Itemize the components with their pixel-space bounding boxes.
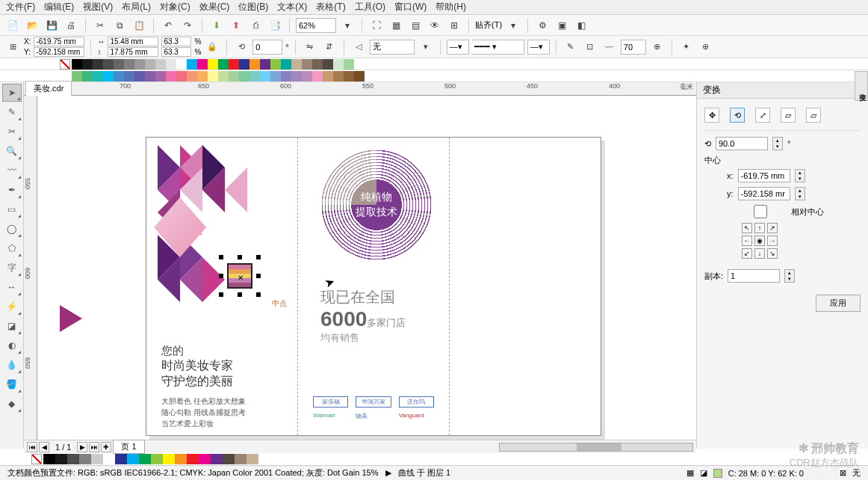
launcher-icon[interactable]: ▣ [554,17,570,34]
page-first-icon[interactable]: ⏮ [27,442,37,452]
color-swatch[interactable] [333,59,344,70]
color-swatch[interactable] [281,71,291,82]
color-swatch[interactable] [344,71,354,82]
extra2-icon[interactable]: ⊕ [698,39,714,55]
publish-icon[interactable]: ⎙ [247,17,264,34]
color-swatch[interactable] [302,71,312,82]
transform-position-icon[interactable]: ✥ [704,108,719,123]
color-swatch[interactable] [103,59,114,70]
x-input[interactable] [34,37,84,46]
menu-layout[interactable]: 布局(L) [122,1,151,13]
apply-button[interactable]: 应用 [816,295,861,312]
color-swatch[interactable] [176,59,187,70]
anchor-grid[interactable]: ↖↑↗ ←◉→ ↙↓↘ [742,223,861,259]
color-swatch[interactable] [115,454,127,464]
color-swatch[interactable] [55,454,67,464]
mirror-h-icon[interactable]: ⇋ [302,39,318,55]
transform-rotate-icon[interactable]: ⟲ [730,108,745,123]
no-color-bottom[interactable] [31,454,42,464]
color-swatch[interactable] [43,454,55,464]
save-icon[interactable]: 💾 [43,17,60,34]
color-swatch[interactable] [239,71,249,82]
pick-tool-icon[interactable]: ➤ [2,84,22,102]
page-last-icon[interactable]: ⏭ [89,442,99,452]
color-swatch[interactable] [134,59,145,70]
color-icon[interactable]: ◪ [700,468,707,478]
transparency-icon[interactable]: ◐ [2,336,22,354]
h-scrollbar[interactable] [499,443,693,452]
color-swatch[interactable] [333,71,344,82]
zoom-dropdown-icon[interactable]: ▾ [339,17,356,34]
new-icon[interactable]: 📄 [4,17,21,34]
mirror-v-icon[interactable]: ⇵ [321,39,338,55]
color-swatch[interactable] [249,59,260,70]
arrowhead-combo[interactable]: 无 [370,40,415,55]
color-swatch[interactable] [247,454,258,464]
artistic-media-icon[interactable]: ✒ [2,181,22,199]
eyedropper-icon[interactable]: 💧 [2,356,22,374]
width-input[interactable] [108,37,158,46]
snap-label[interactable]: 贴齐(T) [475,19,502,31]
freehand-tool-icon[interactable]: 〰 [2,162,22,179]
color-swatch[interactable] [103,71,114,82]
color-swatch[interactable] [260,71,270,82]
color-swatch[interactable] [166,71,176,82]
undo-icon[interactable]: ↶ [160,17,176,34]
menu-text[interactable]: 文本(X) [277,1,307,13]
color-swatch[interactable] [291,71,302,82]
color-swatch[interactable] [270,71,281,82]
status-fill-swatch[interactable] [713,469,722,478]
outline-width-input[interactable] [621,40,646,55]
page-add-icon[interactable]: ✚ [101,442,111,452]
document-tab[interactable]: 美妆.cdr [25,81,72,96]
color-swatch[interactable] [175,454,187,464]
paste-icon[interactable]: 📋 [131,17,147,34]
color-swatch[interactable] [145,71,155,82]
center-y-input[interactable] [738,187,790,200]
menu-view[interactable]: 视图(V) [83,1,113,13]
page-next-icon[interactable]: ▶ [77,442,87,452]
menu-file[interactable]: 文件(F) [6,1,35,13]
proof-icon[interactable]: ▦ [686,468,694,478]
text-tool-icon[interactable]: 字 [2,259,22,277]
scalex-input[interactable] [161,37,191,46]
color-swatch[interactable] [187,454,199,464]
color-swatch[interactable] [103,454,115,464]
color-swatch[interactable] [302,59,312,70]
arrowhead-end-icon[interactable]: ▾ [418,39,434,55]
color-swatch[interactable] [72,71,82,82]
color-swatch[interactable] [187,71,197,82]
transform-scale-icon[interactable]: ⤢ [755,108,770,123]
color-swatch[interactable] [249,71,260,82]
redo-icon[interactable]: ↷ [179,17,196,34]
extra1-icon[interactable]: ✦ [678,39,695,55]
grid-icon[interactable]: ▤ [407,17,424,34]
docker-side-tab[interactable]: 变换 [855,71,868,101]
rectangle-tool-icon[interactable]: ▭ [2,200,22,218]
ruler-vertical[interactable]: 550 600 650 [24,96,37,449]
color-swatch[interactable] [114,59,124,70]
color-swatch[interactable] [323,71,333,82]
color-swatch[interactable] [239,59,249,70]
crop-tool-icon[interactable]: ✂ [2,123,22,141]
line-start-combo[interactable]: —▾ [447,40,469,55]
menu-object[interactable]: 对象(C) [160,1,190,13]
outline-icon[interactable]: ✎ [562,39,579,55]
arrowhead-start-icon[interactable]: ◁ [350,39,367,55]
color-swatch[interactable] [229,71,239,82]
color-swatch[interactable] [197,59,208,70]
color-swatch[interactable] [72,59,82,70]
copies-input[interactable] [728,269,780,283]
color-swatch[interactable] [139,454,151,464]
selected-object[interactable]: ✕ [221,257,258,295]
zoom-combo[interactable] [296,18,336,33]
color-swatch[interactable] [218,59,229,70]
menu-effects[interactable]: 效果(C) [199,1,230,13]
color-swatch[interactable] [82,71,93,82]
polygon-tool-icon[interactable]: ⬠ [2,239,22,257]
no-color-swatch[interactable] [60,59,70,70]
rulers-icon[interactable]: ▦ [388,17,404,34]
line-style-combo[interactable]: ━━━ ▾ [472,40,524,55]
color-swatch[interactable] [199,454,211,464]
color-swatch[interactable] [155,59,166,70]
